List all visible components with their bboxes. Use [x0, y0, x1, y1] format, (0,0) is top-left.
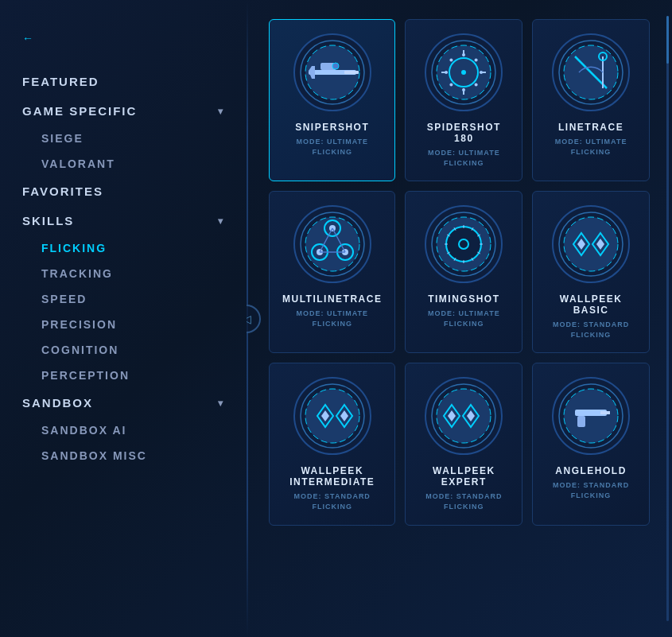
sidebar-subitem-cognition[interactable]: COGNITION: [22, 337, 224, 363]
sidebar-item-featured[interactable]: FEATURED: [22, 67, 224, 96]
task-mode-multilinetrace: MODE: ULTIMATE FLICKING: [296, 309, 368, 328]
sidebar: ← FEATUREDGAME SPECIFIC▾SIEGEVALORANTFAV…: [0, 0, 247, 637]
task-card-wallpeek_basic[interactable]: WALLPEEK BASICMODE: STANDARD FLICKING: [532, 191, 650, 353]
sidebar-item-skills[interactable]: SKILLS▾: [22, 206, 224, 235]
svg-point-44: [446, 227, 481, 262]
main-content: ◁ SNIPERSHOTMODE: ULTIMATE FLICKINGSPIDE…: [247, 0, 672, 637]
sidebar-subitem-sandbox_ai[interactable]: SANDBOX AI: [22, 418, 224, 443]
svg-rect-88: [577, 416, 585, 427]
task-icon-anglehold: [551, 376, 631, 456]
sidebar-item-favorites[interactable]: FAVORITES: [22, 177, 224, 206]
sidebar-item-sandbox[interactable]: SANDBOX▾: [22, 388, 224, 418]
sidebar-subitem-sandbox_misc[interactable]: SANDBOX MISC: [22, 443, 224, 468]
sidebar-item-label-game_specific: GAME SPECIFIC: [22, 104, 137, 118]
task-card-spidershot_180[interactable]: SPIDERSHOT 180MODE: ULTIMATE FLICKING: [405, 19, 522, 181]
task-icon-multilinetrace: [293, 204, 372, 284]
nav-prev-button[interactable]: ◁: [247, 305, 261, 333]
task-mode-snipershot: MODE: ULTIMATE FLICKING: [296, 137, 368, 157]
task-grid: SNIPERSHOTMODE: ULTIMATE FLICKINGSPIDERS…: [269, 19, 650, 526]
sidebar-item-label-sandbox: SANDBOX: [22, 396, 93, 410]
task-name-spidershot_180: SPIDERSHOT 180: [418, 122, 509, 144]
sidebar-subitem-siege[interactable]: SIEGE: [22, 126, 224, 151]
task-name-wallpeek_intermediate: WALLPEEK INTERMEDIATE: [282, 465, 382, 487]
scroll-track[interactable]: [666, 16, 669, 621]
task-name-timingshot: TIMINGSHOT: [428, 293, 499, 305]
svg-point-19: [445, 71, 448, 74]
nav-section: FEATUREDGAME SPECIFIC▾SIEGEVALORANTFAVOR…: [22, 67, 224, 468]
svg-point-17: [462, 88, 465, 91]
sidebar-item-label-skills: SKILLS: [22, 214, 74, 227]
chevron-down-icon: ▾: [218, 216, 224, 227]
task-mode-wallpeek_expert: MODE: STANDARD FLICKING: [425, 491, 502, 511]
task-card-multilinetrace[interactable]: MULTILINETRACEMODE: ULTIMATE FLICKING: [269, 191, 395, 353]
task-icon-snipershot: [293, 33, 372, 112]
sidebar-subitem-perception[interactable]: PERCEPTION: [22, 363, 224, 388]
svg-point-16: [475, 84, 478, 87]
task-card-snipershot[interactable]: SNIPERSHOTMODE: ULTIMATE FLICKING: [269, 19, 395, 181]
task-name-linetrace: LINETRACE: [558, 122, 623, 133]
svg-point-8: [332, 63, 339, 69]
task-name-anglehold: ANGLEHOLD: [555, 465, 627, 476]
task-name-wallpeek_expert: WALLPEEK EXPERT: [418, 465, 509, 487]
task-mode-wallpeek_intermediate: MODE: STANDARD FLICKING: [294, 491, 371, 511]
task-card-timingshot[interactable]: TIMINGSHOTMODE: ULTIMATE FLICKING: [405, 191, 522, 353]
back-button[interactable]: ←: [22, 32, 224, 45]
task-icon-spidershot_180: [424, 33, 503, 112]
svg-point-21: [462, 53, 465, 56]
task-name-multilinetrace: MULTILINETRACE: [282, 293, 382, 305]
sidebar-item-game_specific[interactable]: GAME SPECIFIC▾: [22, 96, 224, 126]
task-icon-wallpeek_basic: [551, 204, 631, 284]
task-mode-spidershot_180: MODE: ULTIMATE FLICKING: [428, 148, 500, 168]
task-card-anglehold[interactable]: ANGLEHOLDMODE: STANDARD FLICKING: [532, 363, 650, 525]
task-mode-wallpeek_basic: MODE: STANDARD FLICKING: [553, 320, 629, 340]
sidebar-item-label-featured: FEATURED: [22, 75, 99, 88]
sidebar-subitem-tracking[interactable]: TRACKING: [22, 261, 224, 286]
scroll-thumb[interactable]: [666, 16, 669, 64]
task-mode-anglehold: MODE: STANDARD FLICKING: [553, 480, 629, 500]
svg-point-15: [480, 71, 483, 74]
task-card-wallpeek_intermediate[interactable]: WALLPEEK INTERMEDIATEMODE: STANDARD FLIC…: [269, 363, 395, 525]
svg-rect-87: [600, 411, 610, 414]
task-mode-timingshot: MODE: ULTIMATE FLICKING: [428, 309, 500, 328]
back-arrow-icon: ←: [22, 32, 34, 45]
task-icon-timingshot: [424, 204, 503, 284]
sidebar-subitem-valorant[interactable]: VALORANT: [22, 151, 224, 177]
task-mode-linetrace: MODE: ULTIMATE FLICKING: [555, 137, 627, 157]
svg-point-14: [461, 70, 466, 75]
sidebar-subitem-precision[interactable]: PRECISION: [22, 312, 224, 337]
task-icon-wallpeek_intermediate: [293, 376, 372, 456]
svg-point-22: [475, 58, 478, 61]
chevron-down-icon: ▾: [218, 106, 224, 117]
svg-point-20: [450, 58, 453, 61]
chevron-down-icon: ▾: [218, 398, 224, 409]
sidebar-item-label-favorites: FAVORITES: [22, 184, 103, 198]
task-icon-linetrace: [551, 33, 631, 112]
svg-rect-6: [344, 71, 359, 74]
page-container: ← FEATUREDGAME SPECIFIC▾SIEGEVALORANTFAV…: [0, 0, 672, 637]
task-name-wallpeek_basic: WALLPEEK BASIC: [546, 293, 636, 316]
svg-point-18: [450, 84, 453, 87]
task-card-linetrace[interactable]: LINETRACEMODE: ULTIMATE FLICKING: [532, 19, 650, 181]
task-icon-wallpeek_expert: [424, 376, 503, 456]
task-card-wallpeek_expert[interactable]: WALLPEEK EXPERTMODE: STANDARD FLICKING: [405, 363, 522, 525]
sidebar-subitem-flicking[interactable]: FLICKING: [22, 235, 224, 261]
sidebar-subitem-speed[interactable]: SPEED: [22, 286, 224, 312]
task-name-snipershot: SNIPERSHOT: [295, 122, 369, 133]
